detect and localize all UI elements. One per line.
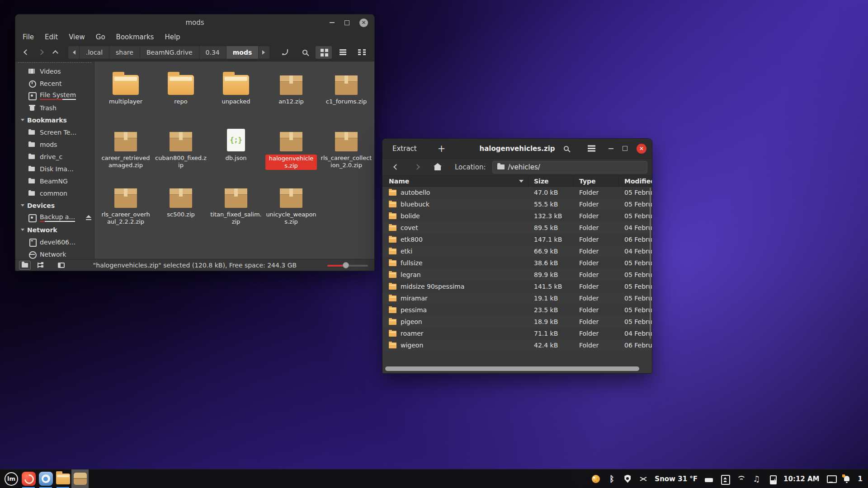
- maximize-icon[interactable]: [623, 146, 627, 151]
- table-row[interactable]: miramar 19.1 kB Folder 05 Februa: [382, 292, 652, 304]
- menu-item[interactable]: Bookmarks: [116, 33, 154, 41]
- table-row[interactable]: legran 89.9 kB Folder 05 Februa: [382, 269, 652, 281]
- sidebar-item[interactable]: Backup a…: [15, 211, 94, 224]
- sidebar-item[interactable]: Network: [15, 224, 94, 236]
- compact-view-button[interactable]: [354, 46, 370, 59]
- add-files-button[interactable]: +: [433, 143, 450, 155]
- table-row[interactable]: covet 89.5 kB Folder 04 Februa: [382, 222, 652, 234]
- table-row[interactable]: etki 66.9 kB Folder 04 Februa: [382, 245, 652, 257]
- forward-button[interactable]: [410, 161, 424, 174]
- scrollbar-thumb[interactable]: [385, 366, 639, 371]
- sidebar-item[interactable]: mods: [15, 138, 94, 150]
- firefox-icon[interactable]: [20, 469, 37, 488]
- weather-text[interactable]: Snow 31 °F: [655, 475, 698, 483]
- menu-item[interactable]: View: [69, 33, 85, 41]
- notifications-icon[interactable]: [842, 474, 851, 483]
- display-icon[interactable]: [826, 474, 835, 483]
- show-treeview-button[interactable]: [34, 261, 46, 270]
- file-item[interactable]: db.json: [208, 127, 264, 183]
- file-item[interactable]: unpacked: [208, 70, 264, 127]
- file-item[interactable]: repo: [153, 70, 208, 127]
- file-item[interactable]: cuban800_fixed.zip: [153, 127, 208, 183]
- music-icon[interactable]: [752, 474, 761, 483]
- file-item[interactable]: sc500.zip: [153, 183, 208, 240]
- forward-button[interactable]: [33, 46, 48, 59]
- menu-button[interactable]: [583, 142, 599, 155]
- table-row[interactable]: etk800 147.1 kB Folder 06 Februa: [382, 234, 652, 245]
- table-row[interactable]: autobello 47.0 kB Folder 05 Februa: [382, 187, 652, 198]
- breadcrumb-scroll-right[interactable]: [259, 46, 269, 59]
- sidebar-item[interactable]: BeamNG: [15, 175, 94, 187]
- table-row[interactable]: wigeon 42.4 kB Folder 06 Februa: [382, 339, 652, 351]
- headerbar[interactable]: Extract + halogenvehicles.zip ✕: [382, 139, 652, 159]
- breadcrumb-segment[interactable]: share: [109, 46, 140, 59]
- table-row[interactable]: pigeon 18.9 kB Folder 05 Februa: [382, 316, 652, 328]
- minimize-icon[interactable]: [330, 22, 335, 23]
- file-item[interactable]: titan_fixed_salim.zip: [208, 183, 264, 240]
- menu-item[interactable]: File: [23, 33, 34, 41]
- printer-icon[interactable]: [704, 474, 713, 483]
- battery-icon[interactable]: [768, 474, 777, 483]
- close-icon[interactable]: ✕: [637, 144, 646, 154]
- up-button[interactable]: [48, 46, 62, 59]
- removable-media-icon[interactable]: [720, 474, 729, 483]
- file-item[interactable]: career_retrievedamaged.zip: [98, 127, 153, 183]
- shield-icon[interactable]: [623, 474, 632, 483]
- extract-button[interactable]: Extract: [388, 142, 421, 155]
- show-places-button[interactable]: [19, 261, 31, 270]
- breadcrumb-scroll-left[interactable]: [68, 46, 80, 59]
- breadcrumb-segment[interactable]: BeamNG.drive: [140, 46, 199, 59]
- chromium-icon[interactable]: [37, 469, 54, 488]
- home-button[interactable]: [430, 161, 445, 174]
- file-item[interactable]: halogenvehicles.zip: [264, 127, 319, 183]
- table-row[interactable]: fullsize 38.6 kB Folder 05 Februa: [382, 257, 652, 269]
- table-row[interactable]: midsize 90spessima 141.5 kB Folder 05 Fe…: [382, 281, 652, 292]
- maximize-icon[interactable]: [344, 20, 349, 25]
- notification-count[interactable]: 1: [858, 475, 863, 483]
- table-row[interactable]: roamer 71.1 kB Folder 04 Februa: [382, 328, 652, 339]
- table-row[interactable]: pessima 23.5 kB Folder 05 Februa: [382, 304, 652, 316]
- back-button[interactable]: [19, 46, 33, 59]
- sidebar-item[interactable]: File System: [15, 89, 94, 102]
- sidebar-item[interactable]: Screen Te…: [15, 126, 94, 138]
- toggle-location-entry-button[interactable]: [278, 46, 294, 59]
- hide-sidebar-button[interactable]: [55, 261, 67, 270]
- zoom-slider[interactable]: [327, 262, 368, 268]
- grid-view-button[interactable]: [316, 46, 332, 59]
- titlebar[interactable]: mods ✕: [15, 14, 374, 31]
- column-header-name[interactable]: Name: [382, 176, 528, 186]
- close-icon[interactable]: ✕: [359, 19, 368, 27]
- back-button[interactable]: [389, 161, 403, 174]
- file-item[interactable]: an12.zip: [264, 70, 319, 127]
- search-button[interactable]: [297, 46, 313, 59]
- mint-menu-icon[interactable]: lm: [3, 469, 20, 488]
- menu-item[interactable]: Help: [165, 33, 180, 41]
- file-item[interactable]: multiplayer: [98, 70, 153, 127]
- file-item[interactable]: rls_career_collection_2.0.zip: [319, 127, 374, 183]
- breadcrumb-segment[interactable]: .local: [80, 46, 109, 59]
- menu-item[interactable]: Go: [96, 33, 105, 41]
- sidebar-item[interactable]: drive_c: [15, 150, 94, 163]
- files-icon[interactable]: [54, 469, 71, 488]
- sidebar-item[interactable]: Disk Ima…: [15, 163, 94, 175]
- breadcrumb-segment[interactable]: mods: [226, 46, 259, 59]
- sidebar-item[interactable]: Bookmarks: [15, 114, 94, 126]
- sidebar-item[interactable]: Videos: [15, 65, 94, 77]
- menu-item[interactable]: Edit: [45, 33, 58, 41]
- zoom-slider-knob[interactable]: [343, 262, 349, 268]
- sidebar-item[interactable]: Recent: [15, 77, 94, 89]
- table-row[interactable]: bolide 132.3 kB Folder 05 Februa: [382, 210, 652, 222]
- clock-text[interactable]: 10:12 AM: [783, 475, 820, 483]
- search-button[interactable]: [558, 142, 574, 155]
- file-item[interactable]: c1_forums.zip: [319, 70, 374, 127]
- sidebar-item[interactable]: devel606…: [15, 236, 94, 248]
- location-input[interactable]: /vehicles/: [492, 161, 648, 174]
- sidebar-item[interactable]: Devices: [15, 199, 94, 211]
- file-item[interactable]: rls_career_overhaul_2.2.2.zip: [98, 183, 153, 240]
- snowflake-icon[interactable]: [639, 474, 648, 483]
- pufferfish-tray-icon[interactable]: [591, 474, 600, 483]
- column-header-size[interactable]: Size: [528, 176, 574, 186]
- wifi-icon[interactable]: [736, 474, 745, 483]
- minimize-icon[interactable]: [609, 148, 613, 149]
- sidebar-item[interactable]: Network: [15, 248, 94, 259]
